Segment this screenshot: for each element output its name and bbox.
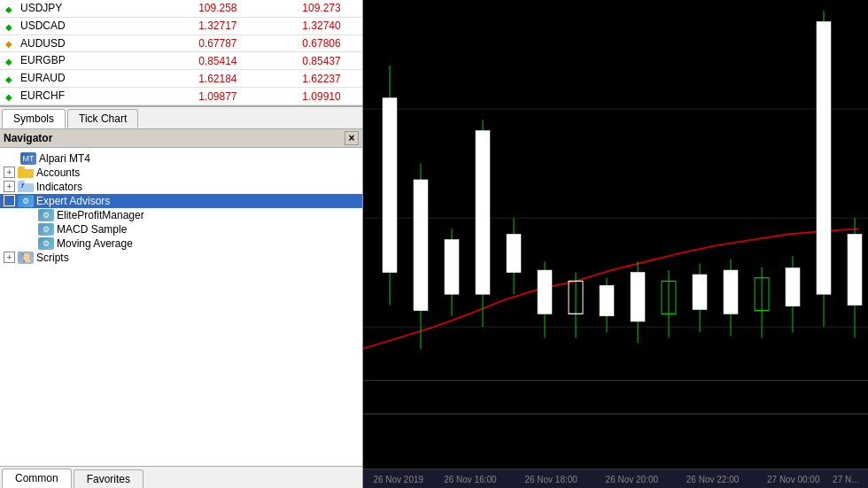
tab-common[interactable]: Common xyxy=(2,469,72,488)
symbol-icon xyxy=(5,3,18,15)
bid-price: 0.85414 xyxy=(138,52,242,70)
expand-icon[interactable]: + xyxy=(4,167,15,178)
tree-item-label: Indicators xyxy=(36,181,82,193)
bottom-tabs-row: Common Favorites xyxy=(0,466,362,488)
table-row[interactable]: EURCHF 1.09877 1.09910 xyxy=(0,88,362,105)
svg-rect-20 xyxy=(600,285,614,315)
tree-item-label: EliteProfitManager xyxy=(57,209,144,221)
bid-price: 1.09877 xyxy=(138,88,242,105)
navigator-tree[interactable]: MTAlpari MT4+ Accounts+ f Indicators-⚙Ex… xyxy=(0,148,362,466)
tree-item-label: Alpari MT4 xyxy=(39,152,90,165)
ask-price: 109.273 xyxy=(243,0,346,17)
time-label: 26 Nov 20:00 xyxy=(606,475,659,484)
table-row[interactable]: EURAUD 1.62184 1.62237 xyxy=(0,70,362,88)
tab-symbols[interactable]: Symbols xyxy=(2,109,66,128)
symbol-name: USDJPY xyxy=(0,0,138,17)
tree-item-expert-advisors[interactable]: -⚙Expert Advisors xyxy=(0,194,362,208)
chart-svg xyxy=(363,0,868,469)
navigator-close-button[interactable]: × xyxy=(345,131,359,145)
ask-price: 1.62237 xyxy=(243,70,346,88)
symbols-section: USDJPY 109.258 109.273 USDCAD 1.32717 1.… xyxy=(0,0,362,106)
tree-item-scripts[interactable]: +📜Scripts xyxy=(0,251,362,265)
expand-icon[interactable]: + xyxy=(4,181,15,192)
tree-item-label: Accounts xyxy=(36,167,80,179)
tree-item-label: Expert Advisors xyxy=(36,195,110,207)
symbol-name: EURAUD xyxy=(0,70,138,88)
tree-item-accounts[interactable]: + Accounts xyxy=(0,166,362,180)
tree-item-label: Moving Average xyxy=(57,237,133,250)
table-row[interactable]: AUDUSD 0.67787 0.67806 xyxy=(0,35,362,52)
bid-price: 109.258 xyxy=(138,0,242,17)
time-label: 27 N... xyxy=(833,475,858,484)
svg-rect-8 xyxy=(414,180,428,311)
ask-price: 0.67806 xyxy=(243,35,346,52)
symbol-icon xyxy=(5,55,18,67)
table-row[interactable]: EURGBP 0.85414 0.85437 xyxy=(0,52,362,70)
tree-item-indicators[interactable]: + f Indicators xyxy=(0,180,362,194)
tab-favorites[interactable]: Favorites xyxy=(74,469,143,488)
svg-rect-28 xyxy=(724,270,738,314)
bid-price: 1.32717 xyxy=(138,17,242,35)
time-label: 27 Nov 00:00 xyxy=(767,475,820,484)
table-row[interactable]: USDCAD 1.32717 1.32740 xyxy=(0,17,362,35)
symbol-name: EURGBP xyxy=(0,52,138,70)
svg-rect-34 xyxy=(817,22,831,295)
symbol-name: USDCAD xyxy=(0,17,138,35)
svg-rect-22 xyxy=(631,273,645,321)
table-row[interactable]: USDJPY 109.258 109.273 xyxy=(0,0,362,17)
chart-divider xyxy=(363,380,868,381)
navigator-title: Navigator xyxy=(4,132,52,144)
symbol-icon xyxy=(5,37,18,50)
svg-rect-32 xyxy=(786,268,800,306)
svg-rect-36 xyxy=(848,235,862,306)
tabs-row: Symbols Tick Chart xyxy=(0,106,362,129)
expand-icon[interactable]: - xyxy=(4,195,15,206)
symbol-name: EURCHF xyxy=(0,88,138,105)
tree-item-macd-sample[interactable]: ⚙MACD Sample xyxy=(0,222,362,236)
symbol-icon xyxy=(5,20,18,33)
left-panel: USDJPY 109.258 109.273 USDCAD 1.32717 1.… xyxy=(0,0,363,488)
time-axis: 26 Nov 201926 Nov 16:0026 Nov 18:0026 No… xyxy=(363,469,868,488)
ask-price: 1.09910 xyxy=(243,88,346,105)
ask-price: 0.85437 xyxy=(243,52,346,70)
tree-item-elite-profit[interactable]: ⚙EliteProfitManager xyxy=(0,208,362,222)
symbol-icon xyxy=(5,90,18,103)
time-label: 26 Nov 18:00 xyxy=(524,475,577,484)
navigator-header: Navigator × xyxy=(0,129,362,148)
bid-price: 1.62184 xyxy=(138,70,242,88)
svg-rect-12 xyxy=(476,131,490,295)
svg-rect-10 xyxy=(445,240,459,295)
tree-item-label: MACD Sample xyxy=(57,223,127,236)
tree-item-alpari[interactable]: MTAlpari MT4 xyxy=(0,151,362,166)
tab-tick-chart[interactable]: Tick Chart xyxy=(67,109,138,128)
svg-rect-26 xyxy=(693,275,707,309)
symbol-icon xyxy=(5,73,18,85)
time-label: 26 Nov 16:00 xyxy=(444,475,497,484)
tree-item-moving-average[interactable]: ⚙Moving Average xyxy=(0,236,362,251)
tree-item-label: Scripts xyxy=(36,252,69,264)
time-label: 26 Nov 22:00 xyxy=(686,475,740,484)
expand-icon[interactable]: + xyxy=(4,252,15,263)
svg-rect-14 xyxy=(507,235,521,273)
symbols-table: USDJPY 109.258 109.273 USDCAD 1.32717 1.… xyxy=(0,0,362,105)
svg-rect-6 xyxy=(383,98,397,273)
symbol-name: AUDUSD xyxy=(0,35,138,52)
svg-rect-16 xyxy=(538,270,552,314)
chart-area: 26 Nov 201926 Nov 16:0026 Nov 18:0026 No… xyxy=(363,0,868,488)
time-label: 26 Nov 2019 xyxy=(373,475,423,484)
ask-price: 1.32740 xyxy=(243,17,346,35)
bid-price: 0.67787 xyxy=(138,35,242,52)
